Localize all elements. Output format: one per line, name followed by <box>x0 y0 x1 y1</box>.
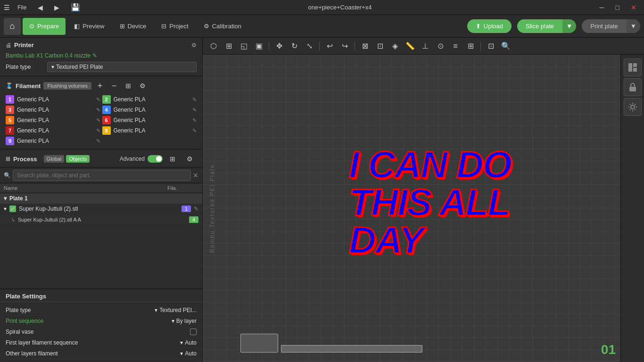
variable-layer-btn[interactable]: ≡ <box>448 40 462 53</box>
printer-name[interactable]: Bambu Lab X1 Carbon 0.4 nozzle ✎ <box>6 51 197 60</box>
filament-edit-icon[interactable]: ✎ <box>192 128 197 134</box>
flushing-volumes-btn[interactable]: Flushing volumes <box>43 82 91 90</box>
move-btn[interactable]: ✥ <box>272 40 286 53</box>
objects-tag[interactable]: Objects <box>66 155 89 163</box>
ortho-view-btn[interactable]: ◱ <box>237 40 251 53</box>
back-btn[interactable]: ◀ <box>34 3 47 12</box>
device-icon: ⊞ <box>120 23 125 30</box>
remove-filament-btn[interactable]: − <box>108 80 120 91</box>
settings-value[interactable]: ▾ Auto <box>180 339 197 346</box>
filament-settings-btn[interactable]: ⚙ <box>137 80 148 91</box>
seam-btn[interactable]: ⊙ <box>433 40 447 53</box>
sub-row[interactable]: ↳ Super Kup-Juttuli (2).stl A A 4 <box>0 214 202 225</box>
search-icon: 🔍 <box>4 172 11 179</box>
filament-edit-icon[interactable]: ✎ <box>192 117 197 123</box>
filament-name[interactable]: Generic PLA <box>17 117 93 123</box>
obj-edit-icon[interactable]: ✎ <box>194 206 198 212</box>
filament-edit-icon[interactable]: ✎ <box>96 97 100 103</box>
settings-arrow: ▾ <box>180 339 183 346</box>
advanced-toggle: Advanced ⊞ ⚙ <box>120 152 197 165</box>
settings-key[interactable]: Print sequence <box>6 318 172 324</box>
filament-name[interactable]: Generic PLA <box>114 107 190 113</box>
process-settings-btn[interactable]: ⚙ <box>182 152 197 165</box>
home-btn[interactable]: ⌂ <box>4 18 21 35</box>
slice-view-btn[interactable]: ◈ <box>388 40 402 53</box>
forward-btn[interactable]: ▶ <box>50 3 63 12</box>
slice-plate-btn[interactable]: Slice plate <box>517 19 562 33</box>
global-tag[interactable]: Global <box>44 155 65 163</box>
file-menu[interactable]: File <box>14 2 30 13</box>
auto-orient-btn[interactable]: ⊡ <box>373 40 387 53</box>
sidebar-lock-btn[interactable] <box>624 78 642 96</box>
sidebar-settings-btn[interactable] <box>624 98 642 116</box>
filament-edit-icon[interactable]: ✎ <box>96 107 100 113</box>
slice-arrow-btn[interactable]: ▼ <box>562 19 576 33</box>
calibration-tab[interactable]: ⚙ Calibration <box>197 18 248 35</box>
filament-num: 5 <box>6 116 14 124</box>
split-view-btn[interactable]: ▣ <box>252 40 266 53</box>
obj-collapse-icon[interactable]: ▾ <box>4 206 7 212</box>
rotate-btn[interactable]: ↻ <box>287 40 301 53</box>
measure-btn[interactable]: 📏 <box>403 40 417 53</box>
settings-value[interactable]: ▾ Textured PEI... <box>155 307 197 313</box>
filament-name[interactable]: Generic PLA <box>114 117 190 123</box>
printer-settings-icon[interactable]: ⚙ <box>191 42 197 49</box>
canvas[interactable]: Bambu Textured PEI Plate I CAN DO THIS A… <box>203 55 620 362</box>
zoom-fit-btn[interactable]: ⊡ <box>484 40 498 53</box>
zoom-in-btn[interactable]: 🔍 <box>499 40 513 53</box>
sidebar-layout-btn[interactable] <box>624 58 642 76</box>
printer-name-text: Bambu Lab X1 Carbon 0.4 nozzle <box>6 52 91 59</box>
more-btn[interactable]: ⊞ <box>463 40 478 53</box>
plate-collapse-icon[interactable]: ▾ <box>4 195 7 202</box>
spiral-vase-checkbox[interactable] <box>190 329 197 335</box>
support-btn[interactable]: ⊥ <box>418 40 432 53</box>
project-tab[interactable]: ⊟ Project <box>155 18 195 35</box>
upload-btn[interactable]: ⬆ Upload <box>467 19 512 33</box>
scale-btn[interactable]: ⤡ <box>302 40 316 53</box>
filament-name[interactable]: Generic PLA <box>17 127 93 134</box>
print-arrow-btn[interactable]: ▼ <box>627 19 640 33</box>
filament-edit-icon[interactable]: ✎ <box>96 138 100 144</box>
object-row[interactable]: ▾ ✓ Super Kup-Juttuli (2).stl 1 ✎ <box>0 204 202 214</box>
search-input[interactable] <box>13 170 191 181</box>
printer-icon: 🖨 <box>6 42 11 49</box>
filament-name[interactable]: Generic PLA <box>114 127 190 134</box>
device-tab[interactable]: ⊞ Device <box>113 18 153 35</box>
save-file-btn[interactable]: 💾 <box>67 2 84 13</box>
obj-filament-tag[interactable]: 1 <box>182 206 191 212</box>
filament-name[interactable]: Generic PLA <box>114 96 190 103</box>
obj-checkbox[interactable]: ✓ <box>9 206 16 212</box>
filament-edit-icon[interactable]: ✎ <box>96 128 100 134</box>
filament-name[interactable]: Generic PLA <box>17 96 93 103</box>
big-line2: THIS ALL DAY <box>349 184 558 259</box>
object-list-scroll[interactable]: Name Fila. ▾ Plate 1 ▾ ✓ Super Kup-Juttu… <box>0 183 202 288</box>
process-list-btn[interactable]: ⊞ <box>165 152 180 165</box>
filament-name[interactable]: Generic PLA <box>17 107 93 113</box>
plate-type-selector[interactable]: ▾ Textured PEI Plate <box>47 62 197 72</box>
print-plate-btn[interactable]: Print plate <box>582 19 627 33</box>
obj-name: Super Kup-Juttuli (2).stl <box>19 206 179 212</box>
filament-edit-icon[interactable]: ✎ <box>192 107 197 113</box>
filament-list-btn[interactable]: ⊞ <box>123 80 134 91</box>
filament-edit-icon[interactable]: ✎ <box>96 117 100 123</box>
sub-filament-tag[interactable]: 4 <box>189 216 198 223</box>
redo-btn[interactable]: ↪ <box>338 40 352 53</box>
maximize-btn[interactable]: □ <box>612 3 623 12</box>
grid-view-btn[interactable]: ⊞ <box>222 40 236 53</box>
preview-tab[interactable]: ◧ Preview <box>67 18 111 35</box>
close-btn[interactable]: ✕ <box>627 3 640 12</box>
filament-name[interactable]: Generic PLA <box>17 138 93 144</box>
filament-num: 3 <box>6 106 14 114</box>
3d-view-btn[interactable]: ⬡ <box>206 40 221 53</box>
settings-value[interactable]: ▾ By layer <box>172 318 197 324</box>
filament-edit-icon[interactable]: ✎ <box>192 97 197 103</box>
advanced-toggle-switch[interactable] <box>148 155 163 163</box>
settings-row: Spiral vase <box>6 327 197 337</box>
arrange-btn[interactable]: ⊠ <box>358 40 372 53</box>
prepare-tab[interactable]: ⊙ Prepare <box>23 18 66 35</box>
settings-value[interactable]: ▾ Auto <box>180 350 197 357</box>
add-filament-btn[interactable]: + <box>94 80 106 91</box>
minimize-btn[interactable]: ─ <box>596 3 608 12</box>
clear-search-btn[interactable]: ✕ <box>193 172 198 179</box>
undo-btn[interactable]: ↩ <box>322 40 337 53</box>
